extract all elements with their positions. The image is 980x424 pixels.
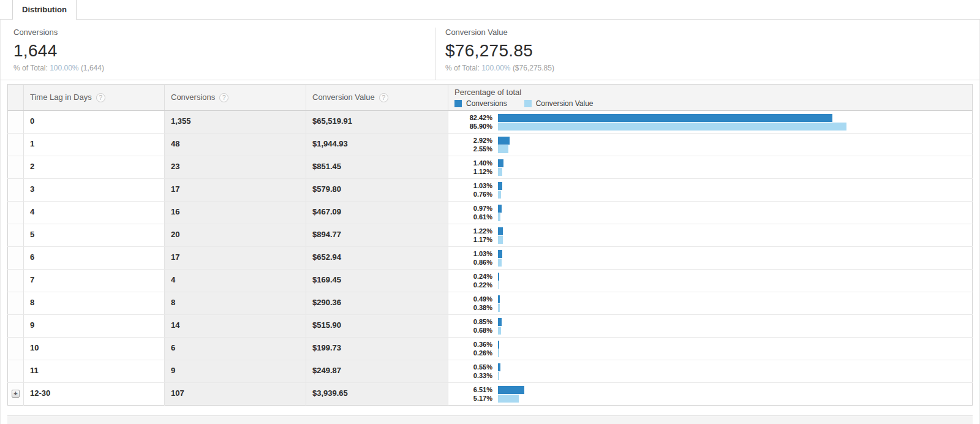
conversions-bar: [498, 137, 510, 145]
help-icon[interactable]: ?: [379, 93, 388, 102]
conversions-cell: 6: [165, 338, 306, 360]
conversions-cell: 17: [165, 179, 306, 202]
tab-bar: Distribution: [0, 0, 980, 20]
expand-row-button[interactable]: +: [12, 390, 20, 398]
conversion-value-cell: $249.87: [306, 360, 448, 383]
conversion-value-bar: [498, 395, 519, 403]
table-row: 6 17 $652.94 1.03% 0.86%: [8, 247, 973, 270]
expand-cell: [8, 111, 24, 134]
conversions-cell: 20: [165, 224, 306, 247]
conversions-bar: [498, 318, 502, 326]
conversion-value-cell: $169.45: [306, 270, 448, 292]
time-lag-table: Time Lag in Days? Conversions? Conversio…: [7, 84, 973, 406]
pct-conversion-value-label: 0.76%: [453, 190, 492, 199]
pct-conversions-label: 1.03%: [453, 249, 492, 258]
legend-label-conversion-value: Conversion Value: [536, 99, 594, 108]
conversion-value-cell: $515.90: [306, 315, 448, 338]
percentage-cell: 0.85% 0.68%: [448, 315, 973, 338]
conversions-bar: [498, 159, 503, 167]
pct-conversion-value-label: 2.55%: [453, 145, 492, 153]
table-row: 4 16 $467.09 0.97% 0.61%: [8, 202, 973, 224]
summary-conversions: Conversions 1,644 % of Total: 100.00% (1…: [1, 28, 435, 80]
expand-cell: [8, 134, 24, 156]
tab-distribution[interactable]: Distribution: [12, 0, 77, 20]
help-icon[interactable]: ?: [96, 93, 105, 102]
pct-conversions-label: 0.49%: [453, 295, 492, 303]
pct-conversions-label: 0.24%: [453, 272, 492, 281]
pct-conversion-value-label: 0.38%: [453, 303, 492, 312]
conversion-value-bar: [498, 304, 500, 312]
conversion-value-cell: $467.09: [306, 202, 448, 224]
tab-bar-divider: [0, 19, 980, 20]
pct-conversions-label: 82.42%: [453, 113, 492, 122]
page-bottom-strip: [7, 415, 973, 424]
conversion-value-bar: [498, 327, 501, 335]
pct-conversions-label: 1.40%: [453, 159, 492, 167]
expand-cell: [8, 247, 24, 270]
bar-chart: [498, 249, 903, 267]
column-header-time-lag[interactable]: Time Lag in Days?: [24, 85, 165, 111]
time-lag-cell: 2: [24, 156, 165, 179]
pct-conversions-label: 2.92%: [453, 136, 492, 145]
conversions-bar: [498, 341, 499, 349]
percentage-labels: 0.85% 0.68%: [453, 317, 492, 335]
percentage-cell: 1.03% 0.76%: [448, 179, 973, 202]
pct-conversion-value-label: 85.90%: [453, 122, 492, 131]
pct-conversion-value-label: 0.86%: [453, 258, 492, 267]
bar-chart: [498, 113, 903, 131]
table-row: 5 20 $894.77 1.22% 1.17%: [8, 224, 973, 247]
time-lag-cell: 10: [24, 338, 165, 360]
pct-conversions-label: 6.51%: [453, 385, 492, 394]
expand-cell: [8, 338, 24, 360]
bar-chart: [498, 181, 903, 199]
conversions-cell: 16: [165, 202, 306, 224]
bar-chart: [498, 317, 903, 335]
conversions-cell: 8: [165, 292, 306, 315]
expand-cell: [8, 360, 24, 383]
pct-conversion-value-label: 0.61%: [453, 213, 492, 221]
summary-conversion-value-pct-of-total: % of Total: 100.00% ($76,275.85): [445, 64, 979, 72]
column-header-conversion-value[interactable]: Conversion Value?: [306, 85, 448, 111]
column-header-conversions-label: Conversions: [171, 93, 215, 102]
percentage-labels: 1.03% 0.86%: [453, 249, 492, 267]
conversions-cell: 23: [165, 156, 306, 179]
summary-conversions-label: Conversions: [13, 28, 435, 37]
bar-chart: [498, 227, 903, 244]
conversion-value-bar: [498, 259, 502, 267]
conversions-bar: [498, 114, 832, 122]
percentage-labels: 2.92% 2.55%: [453, 136, 492, 153]
help-icon[interactable]: ?: [219, 93, 228, 102]
pct-conversions-label: 1.03%: [453, 181, 492, 190]
percentage-cell: 0.55% 0.33%: [448, 360, 973, 383]
column-header-time-lag-label: Time Lag in Days: [30, 93, 92, 102]
conversions-bar: [498, 295, 500, 303]
conversions-bar: [498, 363, 500, 371]
percentage-cell: 0.24% 0.22%: [448, 270, 973, 292]
percentage-cell: 1.40% 1.12%: [448, 156, 973, 179]
percentage-labels: 82.42% 85.90%: [453, 113, 492, 131]
column-header-conversions[interactable]: Conversions?: [165, 85, 306, 111]
conversion-value-cell: $894.77: [306, 224, 448, 247]
pct-conversions-label: 0.85%: [453, 317, 492, 326]
conversion-value-cell: $199.73: [306, 338, 448, 360]
bar-chart: [498, 385, 903, 403]
pct-conversions-label: 0.36%: [453, 340, 492, 349]
pct-conversions-label: 0.55%: [453, 363, 492, 371]
conversions-bar: [498, 273, 499, 281]
conversion-value-cell: $3,939.65: [306, 383, 448, 406]
legend-label-conversions: Conversions: [466, 99, 507, 108]
expand-column-header: [8, 85, 24, 111]
percentage-cell: 2.92% 2.55%: [448, 134, 973, 156]
pct-prefix: % of Total:: [445, 64, 480, 72]
conversion-value-cell: $851.45: [306, 156, 448, 179]
conversion-value-bar: [498, 123, 846, 131]
table-row: 1 48 $1,944.93 2.92% 2.55%: [8, 134, 973, 156]
time-lag-cell: 3: [24, 179, 165, 202]
bar-chart: [498, 363, 903, 380]
table-row: 8 8 $290.36 0.49% 0.38%: [8, 292, 973, 315]
percentage-cell: 1.22% 1.17%: [448, 224, 973, 247]
percentage-labels: 0.49% 0.38%: [453, 295, 492, 312]
table-row: 0 1,355 $65,519.91 82.42% 85.90%: [8, 111, 973, 134]
pct-conversions-label: 0.97%: [453, 204, 492, 213]
conversion-value-cell: $1,944.93: [306, 134, 448, 156]
